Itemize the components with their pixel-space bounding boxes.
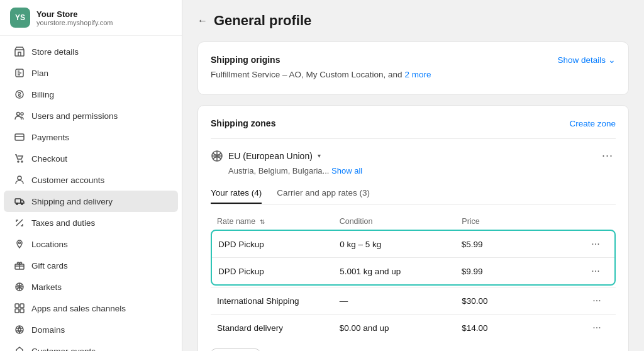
shipping-origins-desc: Fulfillment Service – AO, My Custom Loca… [211,70,616,79]
zone-header: EU (European Union) ▾ ··· [211,149,616,162]
sidebar-label-checkout: Checkout [31,154,67,164]
sidebar-label-domains: Domains [31,325,65,335]
domains-icon [14,324,25,335]
globe-icon [211,150,223,162]
page-header: ← General profile [197,13,629,29]
rate-more-1-button[interactable]: ··· [583,265,608,277]
svg-point-6 [18,161,19,162]
tab-carrier-rates[interactable]: Carrier and app rates (3) [277,183,370,204]
condition-header: Condition [340,217,462,226]
more-link[interactable]: 2 more [404,70,431,79]
sidebar-item-locations[interactable]: Locations [4,233,178,255]
svg-rect-5 [15,134,24,140]
sidebar-label-users: Users and permissions [31,111,118,121]
chevron-down-icon: ⌄ [608,55,616,65]
table-row: Standard delivery $0.00 and up $14.00 ··… [211,314,616,341]
svg-rect-16 [20,304,24,308]
sidebar-item-payments[interactable]: Payments [4,126,178,148]
main-content: ← General profile Shipping origins Show … [182,0,644,351]
table-row: DPD Pickup 5.001 kg and up $9.99 ··· [212,257,614,284]
sidebar-item-customer-accounts[interactable]: Customer accounts [4,169,178,191]
sidebar-item-markets[interactable]: Markets [4,276,178,298]
show-details-button[interactable]: Show details ⌄ [557,55,616,65]
sidebar-label-payments: Payments [31,133,69,142]
shipping-origins-title: Shipping origins [211,55,280,65]
rate-price-1: $9.99 [462,267,583,276]
rate-condition-1: 5.001 kg and up [340,267,461,276]
sidebar-label-apps: Apps and sales channels [31,304,126,313]
svg-rect-18 [20,309,24,313]
rate-name-3: Standard delivery [217,323,340,333]
store-name: Your Store [36,9,113,19]
sidebar-item-users-permissions[interactable]: Users and permissions [4,105,178,126]
store-info: Your Store yourstore.myshopify.com [36,9,113,26]
rate-name-0: DPD Pickup [218,240,340,249]
sidebar: YS Your Store yourstore.myshopify.com St… [0,0,182,351]
rate-name-2: International Shipping [217,296,340,306]
sidebar-item-taxes[interactable]: Taxes and duties [4,212,178,233]
sidebar-item-plan[interactable]: Plan [4,62,178,84]
sidebar-item-customer-events[interactable]: Customer events [4,340,178,351]
sidebar-label-plan: Plan [31,69,48,78]
zone-name-label: EU (European Union) [228,151,313,161]
sidebar-item-shipping-delivery[interactable]: Shipping and delivery [4,191,178,212]
add-rate-button[interactable]: Add rate [211,348,260,351]
rate-price-2: $30.00 [462,296,584,306]
apps-icon [14,303,25,314]
shipping-icon [14,196,25,207]
sidebar-item-domains[interactable]: Domains [4,319,178,340]
payments-icon [14,131,25,143]
sidebar-item-billing[interactable]: Billing [4,84,178,105]
sort-icon: ⇅ [260,218,265,225]
shipping-zones-title: Shipping zones [211,118,275,128]
svg-rect-15 [15,304,19,308]
plan-icon [14,67,25,79]
rate-name-header: Rate name ⇅ [217,217,340,226]
back-button[interactable]: ← [197,15,208,26]
svg-point-4 [21,113,23,115]
zone-more-button[interactable]: ··· [599,149,616,162]
rate-price-0: $5.99 [462,240,583,249]
show-all-link[interactable]: Show all [331,166,362,176]
shipping-origins-header: Shipping origins Show details ⌄ [211,55,616,65]
zone-chevron-icon: ▾ [318,152,321,159]
highlighted-rate-group: DPD Pickup 0 kg – 5 kg $5.99 ··· DPD Pic… [211,230,616,286]
rate-price-3: $14.00 [462,323,584,333]
billing-icon [14,89,25,100]
svg-rect-17 [15,309,19,313]
table-header: Rate name ⇅ Condition Price [211,213,616,230]
sidebar-label-store-details: Store details [31,47,79,57]
sidebar-label-locations: Locations [31,240,68,249]
price-header: Price [462,217,584,226]
rate-more-3-button[interactable]: ··· [584,322,609,333]
sidebar-item-apps-sales[interactable]: Apps and sales channels [4,298,178,319]
shipping-zones-header: Shipping zones Create zone [211,118,616,128]
sidebar-item-checkout[interactable]: Checkout [4,148,178,169]
sidebar-item-store-details[interactable]: Store details [4,41,178,62]
svg-point-8 [18,176,21,180]
rate-more-2-button[interactable]: ··· [584,295,609,306]
sidebar-label-markets: Markets [31,282,62,292]
sidebar-label-shipping: Shipping and delivery [31,197,113,206]
store-url: yourstore.myshopify.com [36,19,113,26]
sidebar-label-customer-accounts: Customer accounts [31,176,104,185]
gift-icon [14,260,25,271]
markets-icon [14,281,25,292]
divider [211,138,616,139]
locations-icon [14,238,25,250]
sidebar-label-customer-events: Customer events [31,347,96,352]
svg-point-11 [21,203,23,204]
sidebar-label-taxes: Taxes and duties [31,218,95,228]
rate-more-0-button[interactable]: ··· [583,238,608,250]
svg-point-12 [19,242,21,244]
sidebar-nav: Store details Plan Billing Users and per… [0,36,182,351]
sidebar-item-gift-cards[interactable]: Gift cards [4,255,178,276]
zone-countries: Austria, Belgium, Bulgaria... Show all [228,166,616,176]
rate-condition-3: $0.00 and up [340,323,462,333]
taxes-icon [14,217,25,228]
svg-rect-0 [15,50,24,56]
users-icon [14,110,25,121]
tab-your-rates[interactable]: Your rates (4) [211,183,262,204]
zone-name[interactable]: EU (European Union) ▾ [211,150,321,162]
create-zone-button[interactable]: Create zone [569,119,616,128]
